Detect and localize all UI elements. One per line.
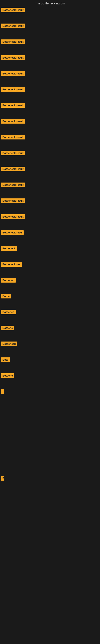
bottleneck-item: Bottleneck res [1,262,100,268]
spacer [0,405,100,423]
bottleneck-item: Bottleneck result [1,40,100,45]
bottleneck-badge[interactable]: Bottleneck result [1,40,25,44]
spacer [0,440,100,458]
bottleneck-badge[interactable]: Bottleneck result [1,151,25,155]
bottleneck-item: Bottleneck result [1,71,100,77]
bottleneck-badge[interactable]: Bottleneck result [1,71,25,76]
bottleneck-badge[interactable]: Bottleneck result [1,55,25,60]
bottleneck-item: Bottl [1,358,100,363]
bottleneck-badge[interactable]: Bottleneck result [1,214,25,219]
bottleneck-item: Bottleneck result [1,151,100,156]
bottleneck-badge[interactable]: Bottleneck result [1,103,25,108]
spacer [0,492,100,510]
bottleneck-badge[interactable]: | [1,389,4,394]
spacer [0,563,100,580]
bottleneck-badge[interactable]: Bottleneck result [1,119,25,124]
bottleneck-item: Bottleneck result [1,198,100,204]
bottleneck-item: Bottlene [1,373,100,379]
bottleneck-item: | [1,389,100,395]
bottleneck-item: Bottleneck result [1,119,100,124]
items-container: Bottleneck resultBottleneck resultBottle… [0,7,100,599]
bottleneck-item: Bottleneck result [1,55,100,61]
bottleneck-item: B [1,476,100,482]
bottleneck-item: Bottleneck [1,342,100,347]
bottleneck-badge[interactable]: Bottleneck result [1,8,25,12]
bottleneck-item: Bottleneck resu [1,230,100,236]
bottleneck-badge[interactable]: Bottle [1,294,11,298]
site-title: TheBottlenecker.com [35,2,65,5]
bottleneck-item: Bottleneck result [1,182,100,188]
bottleneck-item: Bottlenec [1,278,100,283]
spacer [0,458,100,476]
bottleneck-item: Bottleneck result [1,103,100,108]
spacer [0,510,100,527]
bottleneck-item: Bottlene [1,326,100,331]
bottleneck-item: Bottleneck result [1,87,100,92]
bottleneck-item: Bottleneck [1,246,100,252]
bottleneck-item: Bottleneck result [1,167,100,172]
bottleneck-item: Bottle [1,294,100,299]
bottleneck-badge[interactable]: Bottlene [1,326,14,330]
spacer [0,580,100,598]
bottleneck-item: Bottleneck result [1,135,100,140]
bottleneck-item: Bottleneck result [1,214,100,220]
spacer [0,527,100,545]
bottleneck-badge[interactable]: Bottlene [1,373,14,378]
bottleneck-badge[interactable]: Bottlenec [1,278,16,282]
bottleneck-badge[interactable]: Bottleneck result [1,167,25,171]
bottleneck-item: Bottlenec [1,310,100,315]
bottleneck-item: Bottleneck result [1,24,100,29]
bottleneck-badge[interactable]: Bottleneck result [1,87,25,92]
bottleneck-badge[interactable]: B [1,476,4,480]
bottleneck-badge[interactable]: Bottleneck resu [1,230,24,235]
bottleneck-badge[interactable]: Bottleneck [1,342,17,346]
spacer [0,545,100,563]
bottleneck-badge[interactable]: Bottleneck result [1,135,25,140]
spacer [0,423,100,440]
bottleneck-item: Bottleneck result [1,8,100,13]
bottleneck-badge[interactable]: Bottleneck result [1,198,25,203]
bottleneck-badge[interactable]: Bottlenec [1,310,16,314]
bottleneck-badge[interactable]: Bottleneck result [1,182,25,187]
bottleneck-badge[interactable]: Bottleneck result [1,24,25,28]
bottleneck-badge[interactable]: Bottleneck res [1,262,22,267]
bottleneck-badge[interactable]: Bottleneck [1,246,17,251]
bottleneck-badge[interactable]: Bottl [1,358,10,362]
site-header: TheBottlenecker.com [0,0,100,7]
